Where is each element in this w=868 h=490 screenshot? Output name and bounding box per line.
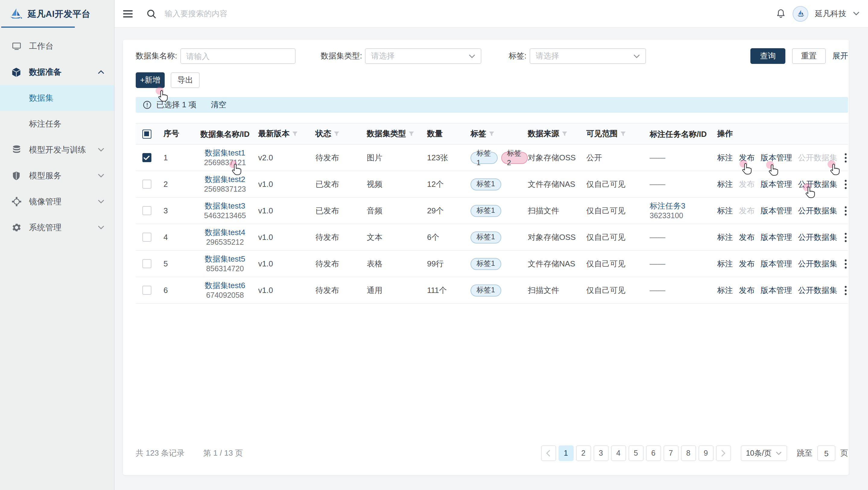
- task-name-link[interactable]: 标注任务3: [650, 200, 685, 210]
- toolbar: +新增 导出: [136, 72, 200, 88]
- row-checkbox[interactable]: [142, 259, 151, 268]
- column-header-label: 数据集类型: [367, 128, 406, 139]
- row-number: 4: [157, 233, 195, 242]
- filter-icon[interactable]: [408, 131, 414, 137]
- annotate-action[interactable]: 标注: [717, 232, 733, 242]
- column-header: 序号: [157, 128, 195, 139]
- more-actions-icon[interactable]: [844, 259, 847, 268]
- sidebar-item-model-serve[interactable]: 模型服务: [0, 163, 114, 189]
- publish-action[interactable]: 发布: [739, 152, 754, 163]
- table-footer: 共 123 条记录 第 1 / 13 页 123456789 10条/页 跳至 …: [136, 445, 848, 462]
- more-actions-icon[interactable]: [844, 206, 847, 216]
- make-public-action[interactable]: 公开数据集: [798, 205, 837, 216]
- dataset-name-link[interactable]: 数据集test4: [205, 227, 245, 237]
- bell-icon[interactable]: [776, 8, 786, 19]
- page-button[interactable]: 6: [646, 446, 661, 461]
- more-actions-icon[interactable]: [844, 153, 847, 162]
- search-input[interactable]: [163, 8, 359, 19]
- dataset-name-link[interactable]: 数据集test2: [205, 174, 245, 184]
- chevron-down-icon[interactable]: [853, 11, 860, 16]
- sidebar-item-model-dev[interactable]: 模型开发与训练: [0, 137, 114, 163]
- version-manage-action[interactable]: 版本管理: [761, 152, 792, 163]
- filter-icon[interactable]: [562, 131, 568, 137]
- more-actions-icon[interactable]: [844, 232, 847, 242]
- annotate-action[interactable]: 标注: [717, 179, 733, 190]
- filter-icon[interactable]: [489, 131, 495, 137]
- expand-filters-link[interactable]: 展开: [832, 51, 848, 62]
- info-icon: [143, 101, 151, 109]
- row-checkbox[interactable]: [142, 286, 151, 295]
- filter-icon[interactable]: [334, 131, 340, 137]
- content-card: 数据集名称:数据集类型:请选择标签:请选择查询重置展开 +新增 导出 已选择 1…: [123, 40, 849, 475]
- jump-page-input[interactable]: [817, 446, 835, 461]
- column-header: 数据来源: [528, 128, 586, 139]
- dataset-name-input[interactable]: [180, 48, 295, 64]
- sidebar-item-system-mgmt[interactable]: 系统管理: [0, 215, 114, 240]
- more-actions-icon[interactable]: [844, 179, 847, 189]
- page-button[interactable]: 8: [681, 446, 696, 461]
- query-button[interactable]: 查询: [750, 48, 785, 64]
- page-button[interactable]: 1: [558, 446, 574, 461]
- collapse-menu-icon[interactable]: [123, 10, 133, 17]
- pagination: 123456789 10条/页 跳至 页: [541, 446, 848, 461]
- publish-action[interactable]: 发布: [739, 285, 754, 296]
- clear-selection-link[interactable]: 清空: [211, 99, 226, 110]
- page-button[interactable]: 9: [698, 446, 713, 461]
- annotate-action[interactable]: 标注: [717, 205, 733, 216]
- dataset-name-link[interactable]: 数据集test6: [205, 280, 245, 290]
- search-icon[interactable]: [147, 9, 156, 19]
- tag-select[interactable]: 请选择: [530, 48, 646, 64]
- select-all-checkbox[interactable]: [142, 129, 151, 138]
- sidebar-item-dataset[interactable]: 数据集: [0, 85, 114, 111]
- filter-label: 标签:: [509, 51, 527, 62]
- version-manage-action[interactable]: 版本管理: [761, 232, 792, 242]
- annotate-action[interactable]: 标注: [717, 152, 733, 163]
- avatar[interactable]: [793, 6, 808, 22]
- make-public-action[interactable]: 公开数据集: [798, 258, 837, 269]
- version-manage-action[interactable]: 版本管理: [761, 285, 792, 296]
- version-manage-action[interactable]: 版本管理: [761, 258, 792, 269]
- annotate-action[interactable]: 标注: [717, 285, 733, 296]
- dataset-name-link[interactable]: 数据集test3: [205, 200, 245, 210]
- sidebar-item-label-task[interactable]: 标注任务: [0, 111, 114, 137]
- more-actions-icon[interactable]: [844, 285, 847, 295]
- row-checkbox[interactable]: [142, 179, 151, 189]
- dataset-type-select[interactable]: 请选择: [365, 48, 482, 64]
- sidebar-item-data-prep[interactable]: 数据准备: [0, 59, 114, 85]
- chevron-down-icon: [98, 199, 104, 204]
- page-button[interactable]: 4: [611, 446, 626, 461]
- page-button[interactable]: 3: [593, 446, 608, 461]
- annotate-action[interactable]: 标注: [717, 258, 733, 269]
- make-public-action[interactable]: 公开数据集: [798, 179, 837, 190]
- page-button[interactable]: 5: [628, 446, 643, 461]
- version-manage-action[interactable]: 版本管理: [761, 179, 792, 190]
- make-public-action[interactable]: 公开数据集: [798, 285, 837, 296]
- column-header: 状态: [315, 128, 367, 139]
- sidebar-item-workbench[interactable]: 工作台: [0, 33, 114, 59]
- publish-action: 发布: [739, 205, 754, 216]
- export-button[interactable]: 导出: [171, 72, 200, 88]
- sidebar-item-image-mgmt[interactable]: 镜像管理: [0, 189, 114, 215]
- dataset-name-link[interactable]: 数据集test5: [205, 254, 245, 264]
- version-manage-action[interactable]: 版本管理: [761, 205, 792, 216]
- row-checkbox[interactable]: [142, 206, 151, 215]
- publish-action[interactable]: 发布: [739, 258, 754, 269]
- sidebar-nav: 工作台数据准备数据集标注任务模型开发与训练模型服务镜像管理系统管理: [0, 28, 114, 240]
- page-size-select[interactable]: 10条/页: [740, 446, 787, 461]
- make-public-action[interactable]: 公开数据集: [798, 232, 837, 242]
- dataset-visibility: 公开: [586, 152, 650, 163]
- filter-icon[interactable]: [620, 131, 626, 137]
- page-button[interactable]: 7: [663, 446, 678, 461]
- add-button[interactable]: +新增: [136, 72, 165, 88]
- row-checkbox[interactable]: [142, 233, 151, 242]
- company-name[interactable]: 延凡科技: [815, 8, 846, 19]
- page-button[interactable]: 2: [576, 446, 591, 461]
- row-checkbox[interactable]: [142, 153, 151, 162]
- reset-button[interactable]: 重置: [792, 48, 826, 64]
- publish-action[interactable]: 发布: [739, 232, 754, 242]
- next-page-button[interactable]: [716, 446, 731, 461]
- filter-icon[interactable]: [292, 131, 298, 137]
- table-body: 1数据集test12569837121v2.0待发布图片123张标签1标签2对象…: [136, 145, 848, 304]
- prev-page-button[interactable]: [541, 446, 556, 461]
- dataset-name-link[interactable]: 数据集test1: [205, 148, 245, 158]
